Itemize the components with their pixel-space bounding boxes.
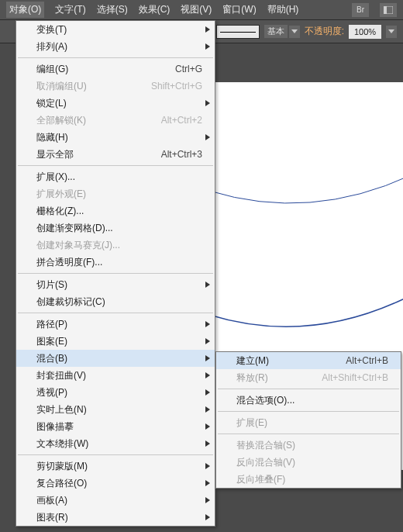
submenu-arrow-icon (205, 282, 210, 288)
menu-item-label: 实时上色(N) (36, 403, 202, 416)
menu-item-label: 封套扭曲(V) (36, 369, 202, 382)
svg-marker-20 (205, 497, 210, 503)
opacity-dropdown[interactable] (386, 26, 397, 38)
blend-menu-item-7: 替换混合轴(S) (216, 437, 401, 454)
svg-marker-7 (205, 100, 210, 106)
svg-marker-21 (205, 514, 210, 520)
object-menu-item-30[interactable]: 复合路径(O) (16, 475, 215, 492)
menu-item-label: 隐藏(H) (36, 131, 202, 144)
blend-menu-item-3[interactable]: 混合选项(O)... (216, 392, 401, 409)
menu-item-label: 反向混合轴(V) (236, 456, 388, 469)
submenu-arrow-icon (205, 338, 210, 344)
object-menu-item-13[interactable]: 创建渐变网格(D)... (16, 219, 215, 237)
svg-marker-8 (205, 134, 210, 140)
menu-item-label: 扩展(X)... (36, 171, 202, 184)
svg-marker-14 (205, 389, 210, 396)
menu-item-label: 替换混合轴(S) (236, 439, 388, 452)
blend-menu-item-0[interactable]: 建立(M)Alt+Ctrl+B (216, 352, 401, 369)
object-menu-item-26[interactable]: 图像描摹 (16, 418, 215, 435)
opacity-value[interactable]: 100% (349, 25, 381, 39)
menu-separator (218, 389, 399, 389)
layout-icon[interactable] (380, 3, 397, 17)
menu-separator (18, 454, 213, 455)
object-menu-item-17[interactable]: 切片(S) (16, 276, 215, 293)
svg-rect-1 (384, 6, 387, 14)
object-menu-item-10[interactable]: 扩展(X)... (16, 168, 215, 185)
object-menu-item-7[interactable]: 隐藏(H) (16, 129, 215, 146)
object-menu-item-15[interactable]: 拼合透明度(F)... (16, 254, 215, 271)
svg-marker-13 (205, 372, 210, 378)
menubar-item-select[interactable]: 选择(S) (97, 3, 128, 16)
menu-item-shortcut: Alt+Ctrl+B (346, 355, 388, 366)
blend-menu-item-9: 反向堆叠(F) (216, 471, 401, 488)
object-menu-item-5[interactable]: 锁定(L) (16, 95, 215, 112)
menu-item-label: 混合(B) (36, 352, 202, 365)
menu-item-label: 创建对象马赛克(J)... (36, 239, 202, 252)
submenu-arrow-icon (205, 321, 210, 327)
submenu-arrow-icon (205, 100, 210, 106)
menu-separator (218, 411, 399, 412)
menubar-item-help[interactable]: 帮助(H) (267, 3, 299, 16)
object-menu-item-24[interactable]: 透视(P) (16, 384, 215, 401)
object-menu-item-31[interactable]: 画板(A) (16, 492, 215, 509)
menu-item-label: 创建裁切标记(C) (36, 295, 202, 309)
stroke-preview[interactable] (216, 25, 260, 39)
submenu-arrow-icon (205, 480, 210, 486)
object-menu-item-18[interactable]: 创建裁切标记(C) (16, 293, 215, 310)
object-menu-item-0[interactable]: 变换(T) (16, 21, 215, 38)
menu-item-shortcut: Alt+Shift+Ctrl+B (322, 372, 388, 383)
object-menu-item-14: 创建对象马赛克(J)... (16, 237, 215, 254)
menu-item-label: 文本绕排(W) (36, 437, 202, 451)
menubar-item-text[interactable]: 文字(T) (55, 3, 85, 16)
stroke-style-label[interactable]: 基本 (264, 25, 288, 38)
menu-separator (18, 313, 213, 313)
menu-item-label: 排列(A) (36, 40, 202, 54)
menu-item-shortcut: Ctrl+G (175, 64, 202, 74)
menu-item-label: 变换(T) (36, 23, 202, 36)
menu-item-label: 创建渐变网格(D)... (36, 222, 202, 235)
object-menu-item-20[interactable]: 路径(P) (16, 316, 215, 333)
object-menu-item-21[interactable]: 图案(E) (16, 333, 215, 350)
object-menu: 变换(T)排列(A)编组(G)Ctrl+G取消编组(U)Shift+Ctrl+G… (16, 20, 215, 527)
menu-item-label: 取消编组(U) (36, 80, 112, 93)
menu-item-label: 全部解锁(K) (36, 114, 122, 127)
menu-item-label: 扩展(E) (236, 416, 388, 430)
menu-item-label: 图案(E) (36, 335, 202, 348)
stroke-style-dropdown[interactable] (289, 26, 300, 38)
menubar-item-object[interactable]: 对象(O) (6, 2, 44, 18)
menu-item-label: 图像描摹 (36, 420, 202, 434)
menu-item-shortcut: Alt+Ctrl+3 (161, 149, 202, 160)
menu-item-shortcut: Alt+Ctrl+2 (161, 115, 202, 126)
object-menu-item-23[interactable]: 封套扭曲(V) (16, 367, 215, 384)
svg-marker-17 (205, 440, 210, 447)
svg-marker-11 (205, 338, 210, 344)
object-menu-item-3[interactable]: 编组(G)Ctrl+G (16, 60, 215, 78)
object-menu-item-27[interactable]: 文本绕排(W) (16, 435, 215, 452)
svg-marker-18 (205, 463, 210, 469)
menu-item-label: 拼合透明度(F)... (36, 256, 202, 269)
svg-marker-2 (291, 29, 298, 33)
object-menu-item-12[interactable]: 栅格化(Z)... (16, 202, 215, 219)
menu-item-label: 图表(R) (36, 511, 202, 524)
menubar-item-effect[interactable]: 效果(C) (139, 3, 170, 16)
menu-separator (218, 434, 399, 434)
svg-marker-10 (205, 321, 210, 327)
menu-item-label: 剪切蒙版(M) (36, 460, 202, 473)
bridge-icon[interactable]: Br (352, 3, 369, 17)
opacity-label: 不透明度: (305, 25, 344, 38)
submenu-arrow-icon (205, 423, 210, 430)
object-menu-item-1[interactable]: 排列(A) (16, 38, 215, 55)
menu-item-label: 栅格化(Z)... (36, 205, 202, 218)
menu-item-shortcut: Shift+Ctrl+G (151, 81, 202, 92)
object-menu-item-25[interactable]: 实时上色(N) (16, 401, 215, 418)
object-menu-item-22[interactable]: 混合(B) (16, 350, 215, 367)
menubar-item-view[interactable]: 视图(V) (181, 3, 212, 16)
menubar-item-window[interactable]: 窗口(W) (222, 3, 256, 16)
menu-separator (18, 273, 213, 274)
object-menu-item-32[interactable]: 图表(R) (16, 509, 215, 526)
object-menu-item-29[interactable]: 剪切蒙版(M) (16, 458, 215, 475)
object-menu-item-11: 扩展外观(E) (16, 185, 215, 202)
menu-item-label: 透视(P) (36, 386, 202, 399)
blend-menu-item-1: 释放(R)Alt+Shift+Ctrl+B (216, 369, 401, 386)
object-menu-item-8[interactable]: 显示全部Alt+Ctrl+3 (16, 146, 215, 163)
